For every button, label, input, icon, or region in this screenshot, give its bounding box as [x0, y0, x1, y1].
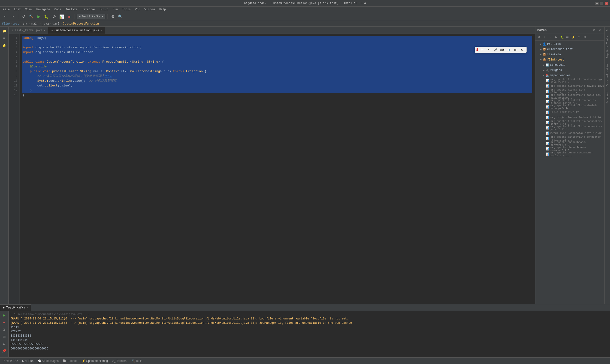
- vtab-d[interactable]: D: [605, 28, 610, 33]
- maven-run-btn[interactable]: ▶: [554, 35, 559, 40]
- menu-file[interactable]: File: [1, 7, 12, 12]
- maven-item-flinkdw[interactable]: ▶ 📦 flink-dw: [535, 52, 604, 57]
- maven-settings-btn[interactable]: ⚙: [591, 28, 597, 33]
- vtab-database[interactable]: Database: [605, 89, 610, 105]
- ime-color-btn[interactable]: ◑: [506, 47, 512, 52]
- dep-flink-java[interactable]: 📊 org.apache.flink:flink-java:1.13.6: [535, 83, 604, 89]
- tab-test9kafka-close[interactable]: ✕: [44, 29, 45, 32]
- maven-item-flinktest[interactable]: ▼ 📦 flink-test: [535, 57, 604, 62]
- menu-run[interactable]: Run: [111, 7, 120, 12]
- ime-settings-ime-btn[interactable]: ⚙: [519, 47, 525, 52]
- dep-hbase-server[interactable]: 📊 org.apache.hbase:hbase-server:2.4.0: [535, 141, 604, 146]
- coverage-button[interactable]: ⊙: [51, 13, 57, 20]
- maven-refresh-btn[interactable]: ↺: [536, 35, 542, 40]
- search-everywhere-button[interactable]: 🔍: [117, 13, 124, 20]
- back-button[interactable]: ←: [2, 13, 9, 20]
- sync-button[interactable]: ↺: [20, 13, 27, 20]
- minimize-button[interactable]: —: [595, 2, 598, 5]
- menu-view[interactable]: View: [23, 7, 34, 12]
- tab-customprocessfunction[interactable]: ☕ CustomProcessFunction.java ✕: [48, 27, 105, 34]
- dep-flink-table-planner[interactable]: 📊 org.apache.flink:flink-table-planner-b…: [535, 99, 604, 104]
- tool-spark[interactable]: ⚡ Spark monitoring: [80, 358, 110, 364]
- maven-add-btn[interactable]: +: [542, 35, 547, 40]
- run-tab-test9kafka[interactable]: ▶ Test9_kafka ✕: [0, 304, 31, 311]
- run-config-selector[interactable]: ▶ Test9_kafka ▼: [77, 14, 105, 19]
- breadcrumb-project[interactable]: flink-test: [2, 22, 19, 26]
- sidebar-project-icon[interactable]: 📁: [1, 28, 8, 34]
- sidebar-structure-icon[interactable]: ≡: [1, 35, 8, 41]
- dep-redis[interactable]: 📊 org.apache.bahir:flink-connector-redis…: [535, 136, 604, 141]
- breadcrumb-java[interactable]: java: [42, 22, 49, 26]
- build-button[interactable]: 🔨: [28, 13, 35, 20]
- run-button[interactable]: ▶: [36, 13, 42, 20]
- run-filter-btn[interactable]: ⊞: [1, 333, 8, 340]
- stop-button[interactable]: ■: [66, 13, 73, 20]
- dep-mysql[interactable]: 📊 mysql:mysql-connector-java:5.1.38: [535, 130, 604, 136]
- code-editor[interactable]: 1 2 3 4 5 6 7 8 9 10 11 12 13 package da…: [9, 34, 535, 304]
- tool-todo[interactable]: ☑ 6: TODO: [1, 358, 20, 364]
- run-tab-close[interactable]: ✕: [26, 306, 28, 309]
- tool-build[interactable]: 🔨 Build: [130, 358, 144, 364]
- run-pin-btn[interactable]: 📌: [1, 348, 8, 354]
- maven-lifecycle[interactable]: ▶ 🔄 Lifecycle: [535, 62, 604, 68]
- tool-run[interactable]: ▶ 4: Run: [20, 358, 36, 364]
- run-settings-btn[interactable]: ⚙: [1, 340, 8, 347]
- run-stop-btn[interactable]: ■: [1, 319, 8, 326]
- maven-collapse-btn[interactable]: ⊞: [582, 35, 587, 40]
- dep-flink-table-api[interactable]: 📊 org.apache.flink:flink-table-api-java-…: [535, 94, 604, 99]
- vtab-bigdata[interactable]: Big Data Tools: [605, 34, 610, 60]
- ime-mic-btn[interactable]: 🎤: [493, 47, 498, 52]
- breadcrumb-file[interactable]: CustomProcessFunction: [63, 22, 99, 26]
- settings-button[interactable]: ⚙: [109, 13, 116, 20]
- maven-remove-btn[interactable]: −: [548, 35, 553, 40]
- menu-edit[interactable]: Edit: [12, 7, 23, 12]
- breadcrumb-day2[interactable]: day2: [52, 22, 59, 26]
- ime-chinese-btn[interactable]: 中: [479, 47, 485, 52]
- dep-flink-streaming[interactable]: 📊 org.apache.flink:flink-streaming-java_…: [535, 78, 604, 83]
- dep-flink-jdbc[interactable]: 📊 org.apache.flink:flink-connector-jdbc_…: [535, 125, 604, 130]
- ime-dot-btn[interactable]: •: [486, 47, 492, 52]
- maven-dependencies[interactable]: ▼ 📚 Dependencies: [535, 73, 604, 78]
- ime-keyboard-btn[interactable]: ⌨: [499, 47, 505, 52]
- maven-generate-btn[interactable]: ⚡: [571, 35, 576, 40]
- menu-code[interactable]: Code: [52, 7, 63, 12]
- dep-flink-clients[interactable]: 📊 org.apache.flink:flink-clients_2.11:1.…: [535, 89, 604, 94]
- profile-button[interactable]: 📊: [58, 13, 65, 20]
- maven-close-btn[interactable]: ✕: [597, 28, 602, 33]
- menu-help[interactable]: Help: [157, 7, 168, 12]
- breadcrumb-main[interactable]: main: [31, 22, 38, 26]
- breadcrumb-src[interactable]: src: [23, 22, 28, 26]
- tab-customprocessfunction-close[interactable]: ✕: [101, 29, 102, 32]
- dep-log4j[interactable]: 📊 log4j:log4j:1.2.17: [535, 110, 604, 115]
- dep-lombok[interactable]: 📊 org.projectlombok:lombok:1.18.24: [535, 115, 604, 120]
- code-content[interactable]: package day2; import org.apache.flink.st…: [20, 34, 535, 304]
- sidebar-favorites-icon[interactable]: ⭐: [1, 42, 8, 49]
- dep-flink-kafka[interactable]: 📊 org.apache.flink:flink-connector-kafka…: [535, 120, 604, 125]
- menu-analyze[interactable]: Analyze: [64, 7, 79, 12]
- menu-refactor[interactable]: Refactor: [80, 7, 97, 12]
- tab-test9kafka[interactable]: ☕ Test9_kafka.java ✕: [9, 27, 48, 34]
- run-scroll-btn[interactable]: ⊻: [1, 326, 8, 333]
- maven-debug-btn[interactable]: 🐛: [559, 35, 564, 40]
- dep-commons-pool2[interactable]: 📊 org.apache.commons:commons-pool2:2.4.2…: [535, 152, 604, 157]
- maven-profiles[interactable]: ▶ 👤 Profiles: [535, 41, 604, 47]
- close-button[interactable]: ✕: [605, 2, 608, 5]
- vtab-bean[interactable]: Bean Validation: [605, 61, 610, 88]
- tool-messages[interactable]: 💬 0: Messages: [36, 358, 61, 364]
- maven-plugins[interactable]: ▶ 🔌 Plugins: [535, 68, 604, 73]
- menu-tools[interactable]: Tools: [120, 7, 133, 12]
- dep-flink-shaded[interactable]: 📊 org.apache.flink:flink-shaded-hadoop-2…: [535, 104, 604, 110]
- maven-diagram-btn[interactable]: ⬡: [576, 35, 582, 40]
- tool-hadoop[interactable]: 🐘 Hadoop: [61, 358, 79, 364]
- menu-window[interactable]: Window: [143, 7, 156, 12]
- maven-item-clickhouse[interactable]: ▶ 📦 clickhouse-test: [535, 47, 604, 52]
- run-rerun-btn[interactable]: ▶: [1, 312, 8, 318]
- menu-vcs[interactable]: VCS: [133, 7, 142, 12]
- forward-button[interactable]: →: [10, 13, 16, 20]
- menu-build[interactable]: Build: [98, 7, 110, 12]
- maximize-button[interactable]: □: [600, 2, 603, 5]
- debug-button[interactable]: 🐛: [43, 13, 50, 20]
- ime-grid-btn[interactable]: ⊞: [513, 47, 518, 52]
- dep-hbase-common[interactable]: 📊 org.apache.hbase:hbase-common:2.4.0: [535, 146, 604, 152]
- maven-toggle-skip-btn[interactable]: ⏭: [565, 35, 570, 40]
